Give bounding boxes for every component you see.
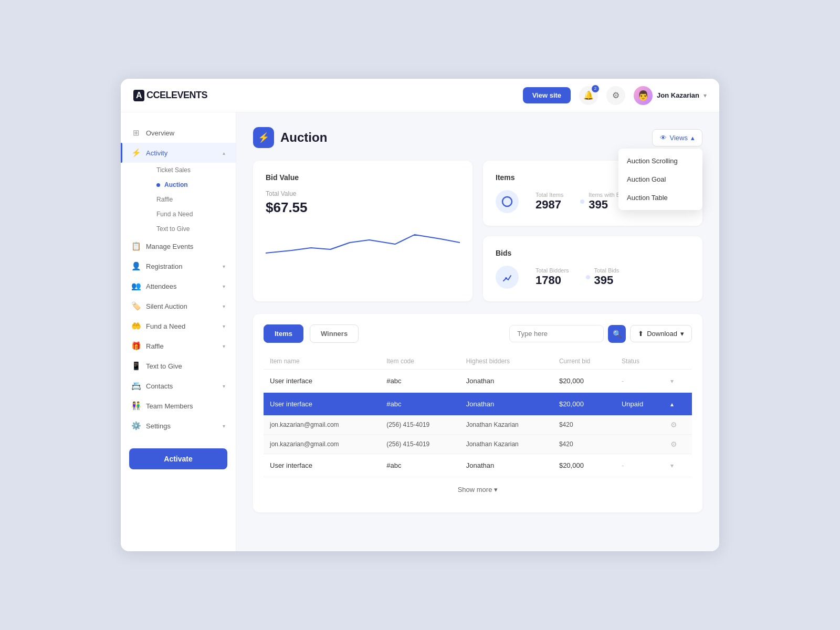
sidebar-item-settings[interactable]: ⚙️ Settings ▾ [121, 416, 236, 436]
sidebar-item-text-give[interactable]: 📱 Text to Give [121, 356, 236, 376]
sidebar-item-raffle[interactable]: Raffle [146, 192, 236, 207]
total-bidders-label: Total Bidders [536, 267, 569, 274]
show-more-button[interactable]: Show more ▾ [264, 477, 692, 502]
sidebar-item-manage-events[interactable]: 📋 Manage Events [121, 236, 236, 256]
cell-status: - [615, 370, 664, 393]
sidebar-label-overview: Overview [146, 129, 174, 137]
total-items-group: Total Items 2987 [536, 192, 563, 212]
views-dropdown-item-table[interactable]: Auction Table [618, 188, 702, 207]
settings-button[interactable]: ⚙ [606, 86, 625, 105]
chevron-down-icon: ▾ [494, 486, 498, 494]
sidebar-label-text-to-give: Text to Give [156, 225, 190, 233]
cell-highest-bidders: Jonathan [460, 454, 553, 477]
bid-value-chart [266, 224, 460, 261]
page-title: Auction [280, 130, 327, 145]
silent-auction-icon: 🏷️ [131, 301, 141, 311]
user-menu[interactable]: 👨 Jon Kazarian ▾ [634, 86, 707, 105]
overview-icon: ⊞ [131, 128, 141, 138]
cell-expand[interactable]: ▾ [664, 454, 692, 477]
download-button[interactable]: ⬆ Download ▾ [630, 325, 692, 342]
sidebar-label-fund-a-need: Fund a Need [156, 211, 193, 218]
gear-icon[interactable]: ⚙ [670, 421, 677, 429]
col-status: Status [615, 353, 664, 370]
total-bids-value: 395 [594, 274, 620, 287]
cell-phone: (256) 415-4019 [380, 415, 459, 435]
sidebar-item-fund-need[interactable]: 🤲 Fund a Need ▾ [121, 316, 236, 336]
cell-empty [615, 415, 664, 435]
search-input[interactable] [509, 325, 604, 342]
chevron-down-icon: ▾ [223, 284, 225, 289]
sidebar-label-contacts: Contacts [146, 382, 173, 390]
sidebar-item-ticket-sales[interactable]: Ticket Sales [146, 163, 236, 177]
sidebar-item-fund-a-need[interactable]: Fund a Need [146, 207, 236, 222]
chevron-down-icon: ▾ [223, 303, 225, 309]
chevron-down-icon[interactable]: ▾ [670, 377, 674, 385]
user-name: Jon Kazarian [657, 91, 699, 99]
sidebar-item-text-to-give[interactable]: Text to Give [146, 222, 236, 236]
cell-bid: $420 [553, 435, 615, 454]
sidebar-item-activity[interactable]: ⚡ Activity ▴ [121, 143, 236, 163]
activate-button[interactable]: Activate [129, 448, 227, 469]
sidebar-item-registration[interactable]: 👤 Registration ▾ [121, 256, 236, 276]
chevron-down-icon: ▾ [223, 323, 225, 329]
bid-value-title: Bid Value [266, 173, 460, 182]
sidebar-label-auction: Auction [164, 181, 188, 188]
bids-icon [496, 266, 519, 289]
views-dropdown-item-goal[interactable]: Auction Goal [618, 170, 702, 188]
download-icon: ⬆ [638, 330, 644, 338]
views-dropdown: Auction Scrolling Auction Goal Auction T… [618, 149, 702, 210]
sidebar-item-silent-auction[interactable]: 🏷️ Silent Auction ▾ [121, 296, 236, 316]
chevron-down-icon[interactable]: ▾ [670, 462, 674, 469]
items-table: Item name Item code Highest bidders Curr… [264, 353, 692, 477]
chevron-up-icon[interactable]: ▴ [670, 401, 674, 408]
col-item-code: Item code [380, 353, 459, 370]
views-dropdown-item-scrolling[interactable]: Auction Scrolling [618, 152, 702, 170]
views-button[interactable]: 👁 Views ▴ [652, 129, 702, 146]
view-site-button[interactable]: View site [523, 87, 571, 103]
search-button[interactable]: 🔍 [608, 325, 626, 343]
bids-title: Bids [496, 249, 690, 257]
avatar: 👨 [634, 86, 653, 105]
tab-items[interactable]: Items [264, 324, 303, 343]
tab-winners[interactable]: Winners [310, 324, 359, 343]
col-item-name: Item name [264, 353, 380, 370]
sidebar-label-raffle-main: Raffle [146, 342, 164, 350]
total-items-label: Total Items [536, 192, 563, 198]
table-toolbar: Items Winners 🔍 ⬆ Download ▾ [264, 324, 692, 343]
sidebar-label-ticket-sales: Ticket Sales [156, 166, 191, 174]
cell-bid: $420 [553, 415, 615, 435]
text-give-icon: 📱 [131, 361, 141, 371]
header-right: View site 🔔 2 ⚙ 👨 Jon Kazarian ▾ [523, 86, 707, 105]
download-label: Download [647, 330, 677, 338]
cell-expand[interactable]: ▾ [664, 370, 692, 393]
chevron-down-icon: ▾ [223, 343, 225, 349]
cell-email: jon.kazarian@gmail.com [264, 415, 380, 435]
cell-current-bid: $20,000 [553, 370, 615, 393]
sidebar-item-raffle-main[interactable]: 🎁 Raffle ▾ [121, 336, 236, 356]
notification-button[interactable]: 🔔 2 [579, 86, 598, 105]
logo-icon: A [133, 90, 144, 101]
cell-gear[interactable]: ⚙ [664, 415, 692, 435]
main-layout: ⊞ Overview ⚡ Activity ▴ Ticket Sales Auc… [121, 112, 719, 551]
page-title-area: ⚡ Auction [253, 127, 327, 148]
sidebar-item-overview[interactable]: ⊞ Overview [121, 123, 236, 143]
sidebar-item-team-members[interactable]: 👫 Team Members [121, 396, 236, 416]
sidebar-label-raffle: Raffle [156, 196, 173, 203]
gear-icon[interactable]: ⚙ [670, 440, 677, 448]
attendees-icon: 👥 [131, 281, 141, 291]
registration-icon: 👤 [131, 261, 141, 271]
sidebar-item-contacts[interactable]: 📇 Contacts ▾ [121, 376, 236, 396]
chevron-down-icon: ▾ [223, 383, 225, 389]
table-sub-row: jon.kazarian@gmail.com (256) 415-4019 Jo… [264, 435, 692, 454]
total-value-amount: $67.55 [266, 200, 460, 216]
cell-collapse[interactable]: ▴ [664, 393, 692, 416]
sidebar-item-auction[interactable]: Auction [146, 177, 236, 192]
cell-gear[interactable]: ⚙ [664, 435, 692, 454]
sidebar-item-attendees[interactable]: 👥 Attendees ▾ [121, 276, 236, 296]
cell-item-code: #abc [380, 370, 459, 393]
cell-status-expanded: Unpaid [615, 393, 664, 416]
avatar-image: 👨 [634, 86, 653, 105]
cell-current-bid-expanded: $20,000 [553, 393, 615, 416]
logo: A CCELEVENTS [133, 90, 207, 101]
cell-item-code: #abc [380, 454, 459, 477]
